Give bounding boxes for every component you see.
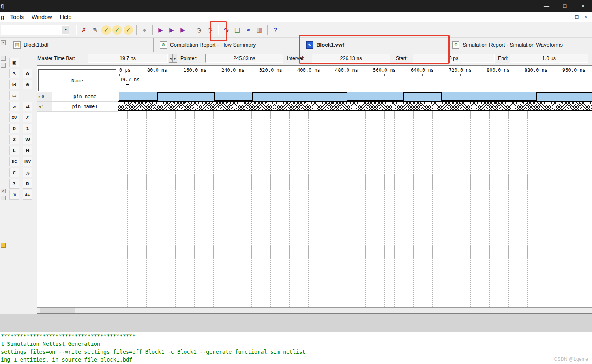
minimize-button[interactable]: — — [538, 0, 556, 12]
signal-name: pin_name1 — [52, 104, 118, 109]
application-window: f] — □ × g Tools Window Help — ⊡ × ▼ ✗✎✓… — [0, 0, 592, 364]
invert-tool[interactable]: ✗ — [23, 113, 32, 122]
signal-row-pin_name1[interactable]: ◀1pin_name1 — [37, 102, 118, 112]
simulation-report-icon[interactable]: ▦ — [255, 25, 264, 35]
tab-block1-vwf[interactable]: ∿Block1.vwf — [300, 38, 446, 52]
mdi-window-controls: — ⊡ × — [563, 13, 592, 21]
pin-output-icon: ◀1 — [37, 102, 52, 111]
time-cursor-line[interactable] — [129, 91, 129, 308]
maximize-button[interactable]: □ — [556, 0, 574, 12]
ruler-tick-label: 80.0 ns — [147, 67, 167, 73]
tab-block1-bdf[interactable]: ▤Block1.bdf — [7, 38, 153, 52]
tab-label: Simulation Report - Simulation Waveforms — [463, 42, 563, 48]
ruler-baseline — [118, 74, 592, 74]
start-simulation-icon[interactable]: ∿ — [221, 25, 231, 35]
tab-label: Block1.bdf — [24, 42, 49, 48]
dock-close-icon[interactable]: × — [1, 40, 6, 45]
text-tool[interactable]: A — [23, 69, 32, 78]
waveform-pin_name[interactable] — [118, 92, 592, 101]
window-titlebar: f] — □ × — [0, 0, 592, 12]
classic-timing-analyzer-icon[interactable]: ◷ — [205, 25, 215, 35]
ruler-tick — [347, 74, 347, 76]
ruler-tick — [460, 74, 461, 76]
scrollbar-thumb[interactable] — [40, 308, 75, 313]
dock-close-icon[interactable]: × — [1, 189, 6, 193]
dock-tool-icon[interactable] — [1, 63, 6, 68]
menu-item-processing[interactable]: g — [0, 12, 6, 22]
ruler-tick — [309, 74, 309, 76]
menu-item-tools[interactable]: Tools — [6, 12, 28, 22]
spin-left-icon[interactable]: ◄ — [169, 54, 173, 63]
start-assembler-icon[interactable]: ▶ — [178, 25, 187, 35]
spin-right-icon[interactable]: ► — [173, 54, 177, 63]
tab-compilation-report[interactable]: ⊕Compilation Report - Flow Summary — [153, 38, 300, 52]
overwrite-clock-tool[interactable]: ◷ — [23, 168, 32, 177]
find-tool[interactable]: ∞ — [9, 102, 19, 111]
edit-pencil-icon[interactable]: ✎ — [90, 25, 100, 35]
chevron-down-icon[interactable]: ▼ — [62, 26, 69, 34]
weak-signal-tool[interactable]: W — [23, 135, 32, 144]
dont-care-tool[interactable]: DC — [9, 157, 19, 166]
horizontal-scrollbar[interactable] — [37, 307, 592, 313]
ruler-tick — [233, 74, 233, 76]
time-ruler[interactable]: 19.7 ns 0 ps80.0 ns160.0 ns240.0 ns320.0… — [118, 66, 592, 91]
wave-tool-palette: ▣↖A⋈⊕▭∞⇄XU✗01ZWLHDCINVC◷?R⊞A↓ — [7, 53, 36, 314]
invert-value-tool[interactable]: INV — [23, 157, 32, 166]
menu-item-window[interactable]: Window — [28, 12, 56, 22]
force-low-tool[interactable]: 0 — [9, 124, 19, 133]
waveform-pin_name1[interactable] — [118, 101, 592, 111]
toolbar-combobox[interactable]: ▼ — [1, 25, 69, 35]
snap-to-grid-tool[interactable]: ⊞ — [9, 190, 19, 200]
random-value-tool[interactable]: R — [23, 179, 32, 189]
master-time-bar-value[interactable]: 19.7 ns — [88, 54, 168, 63]
ruler-tick-label: 480.0 ns — [335, 67, 358, 73]
time-cursor-handle[interactable] — [126, 84, 129, 88]
dock-tool-icon[interactable] — [1, 56, 6, 61]
start-analysis-synthesis-icon[interactable]: ▶ — [167, 25, 176, 35]
start-label: Start: — [396, 54, 408, 63]
help-icon[interactable]: ? — [271, 25, 280, 35]
sort-tool[interactable]: A↓ — [23, 190, 32, 200]
ruler-tick-label: 800.0 ns — [487, 67, 510, 73]
dock-tool-icon[interactable] — [1, 196, 6, 200]
replace-tool[interactable]: ⇄ — [23, 102, 32, 111]
name-column-header: Name — [38, 69, 116, 91]
mdi-close-button[interactable]: × — [581, 13, 590, 21]
dock-warning-icon — [1, 243, 6, 248]
stop-processing-icon[interactable]: ● — [140, 25, 149, 35]
ruler-tick-label: 400.0 ns — [297, 67, 320, 73]
uncertain-value-tool[interactable]: XU — [9, 113, 19, 122]
display-mode-tool[interactable]: ▣ — [9, 58, 19, 67]
count-value-tool[interactable]: C — [9, 168, 19, 177]
wave-rows[interactable] — [118, 92, 592, 308]
interval-value: 226.13 ns — [312, 54, 390, 63]
compilation-report-icon[interactable]: ▤ — [232, 25, 242, 35]
signal-row-pin_name[interactable]: ▶0pin_name — [37, 92, 118, 102]
weak-high-tool[interactable]: H — [23, 146, 32, 155]
selection-tool[interactable]: ↖ — [9, 69, 19, 78]
menu-item-help[interactable]: Help — [56, 12, 76, 22]
assembler-check-icon[interactable]: ✓ — [101, 25, 111, 35]
mdi-restore-button[interactable]: ⊡ — [572, 13, 581, 21]
timequest-analyzer-icon[interactable]: ◷ — [194, 25, 204, 35]
simulator-tool-icon[interactable]: ≈ — [244, 25, 253, 35]
tab-simulation-report[interactable]: ⊕Simulation Report - Simulation Waveform… — [446, 38, 592, 52]
clear-icon[interactable]: ✗ — [79, 25, 89, 35]
full-screen-tool[interactable]: ▭ — [9, 91, 19, 100]
waveform-canvas[interactable]: 19.7 ns 0 ps80.0 ns160.0 ns240.0 ns320.0… — [118, 66, 592, 308]
close-button[interactable]: × — [574, 0, 592, 12]
force-high-tool[interactable]: 1 — [23, 124, 32, 133]
timing-check-icon[interactable]: ✓ — [112, 25, 122, 35]
toolbar-separator — [267, 25, 268, 35]
menu-bar: g Tools Window Help — ⊡ × — [0, 12, 592, 22]
start-compilation-icon[interactable]: ▶ — [156, 25, 165, 35]
arbitrary-value-tool[interactable]: ? — [9, 179, 19, 189]
weak-low-tool[interactable]: L — [9, 146, 19, 155]
eda-check-icon[interactable]: ✓ — [124, 25, 133, 35]
master-time-bar-row: Master Time Bar: 19.7 ns ◄ ► Pointer: 24… — [0, 52, 592, 65]
ruler-tick — [422, 74, 423, 76]
mdi-minimize-button[interactable]: — — [563, 13, 572, 21]
zoom-tool[interactable]: ⊕ — [23, 80, 32, 89]
high-impedance-tool[interactable]: Z — [9, 135, 19, 144]
waveform-editing-tool[interactable]: ⋈ — [9, 80, 19, 89]
